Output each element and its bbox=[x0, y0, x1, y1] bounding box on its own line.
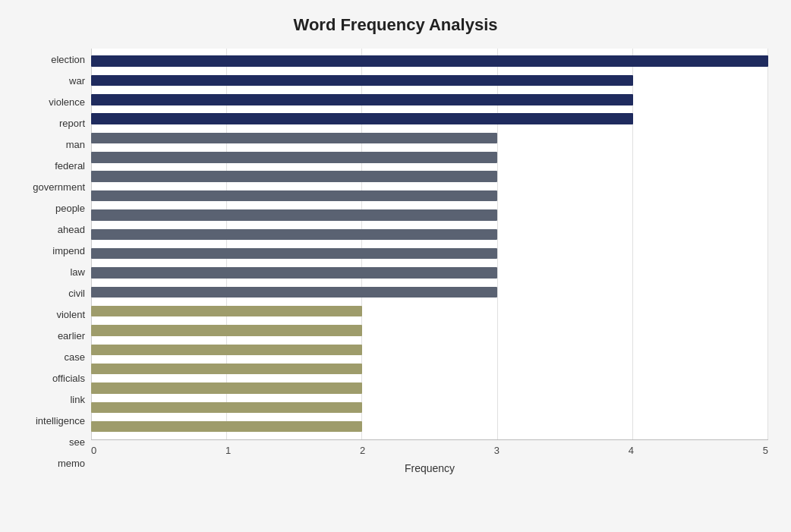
y-label: memo bbox=[58, 458, 85, 468]
bar-row bbox=[91, 148, 768, 167]
bar-row bbox=[91, 340, 768, 359]
bar-row bbox=[91, 282, 768, 301]
y-label: election bbox=[51, 55, 85, 65]
bar bbox=[91, 229, 497, 241]
bar-row bbox=[91, 71, 768, 90]
bar bbox=[91, 94, 633, 105]
y-label: law bbox=[70, 267, 85, 277]
y-label: see bbox=[69, 437, 85, 447]
x-tick: 4 bbox=[629, 445, 634, 456]
y-label: impend bbox=[52, 246, 85, 256]
bar bbox=[91, 152, 497, 163]
bar-row bbox=[91, 263, 768, 282]
bar bbox=[91, 287, 497, 298]
y-label: government bbox=[33, 182, 85, 192]
bar-row bbox=[91, 417, 768, 436]
bar-row bbox=[91, 186, 768, 205]
chart-area: electionwarviolencereportmanfederalgover… bbox=[23, 49, 768, 474]
bar bbox=[91, 55, 768, 67]
bar bbox=[91, 171, 497, 182]
y-label: officials bbox=[52, 373, 85, 383]
bars-section bbox=[91, 49, 768, 439]
chart-container: Word Frequency Analysis electionwarviole… bbox=[0, 0, 791, 532]
y-label: war bbox=[69, 76, 85, 86]
chart-title: Word Frequency Analysis bbox=[23, 15, 768, 35]
y-label: man bbox=[66, 140, 85, 150]
bar bbox=[91, 382, 362, 394]
x-tick: 3 bbox=[494, 445, 499, 456]
bar-row bbox=[91, 360, 768, 379]
y-label: ahead bbox=[58, 225, 85, 235]
bar bbox=[91, 75, 633, 87]
y-axis-labels: electionwarviolencereportmanfederalgover… bbox=[23, 49, 91, 474]
bar bbox=[91, 248, 497, 260]
x-tick: 5 bbox=[763, 445, 768, 456]
y-label: federal bbox=[55, 161, 85, 171]
bar bbox=[91, 325, 362, 336]
y-label: civil bbox=[68, 288, 85, 298]
bars-wrapper bbox=[91, 49, 768, 439]
bars-and-x: 012345 Frequency bbox=[91, 49, 768, 474]
bar-row bbox=[91, 321, 768, 340]
bar bbox=[91, 345, 362, 356]
y-label: case bbox=[65, 352, 85, 362]
y-label: earlier bbox=[58, 331, 85, 341]
x-tick: 2 bbox=[360, 445, 365, 456]
bar-row bbox=[91, 52, 768, 71]
bar bbox=[91, 364, 362, 375]
y-label: report bbox=[59, 118, 85, 128]
x-tick: 1 bbox=[225, 445, 231, 456]
bar bbox=[91, 133, 497, 144]
bar bbox=[91, 402, 362, 414]
bar-row bbox=[91, 167, 768, 186]
y-label: people bbox=[55, 203, 85, 213]
bar bbox=[91, 113, 633, 124]
y-label: link bbox=[70, 395, 85, 405]
y-label: intelligence bbox=[36, 416, 85, 426]
bar-row bbox=[91, 398, 768, 417]
bar bbox=[91, 421, 362, 433]
x-axis: 012345 bbox=[91, 439, 768, 456]
bar-row bbox=[91, 225, 768, 244]
y-label: violence bbox=[49, 97, 85, 107]
bar-row bbox=[91, 109, 768, 128]
x-axis-label: Frequency bbox=[91, 462, 768, 474]
bar-row bbox=[91, 128, 768, 147]
bar bbox=[91, 267, 497, 279]
bar-row bbox=[91, 379, 768, 398]
bar bbox=[91, 190, 497, 202]
bar bbox=[91, 209, 497, 221]
bar bbox=[91, 306, 362, 317]
x-tick: 0 bbox=[91, 445, 96, 456]
y-label: violent bbox=[56, 310, 85, 320]
bar-row bbox=[91, 244, 768, 263]
bar-row bbox=[91, 301, 768, 320]
bar-row bbox=[91, 90, 768, 109]
bar-row bbox=[91, 206, 768, 225]
